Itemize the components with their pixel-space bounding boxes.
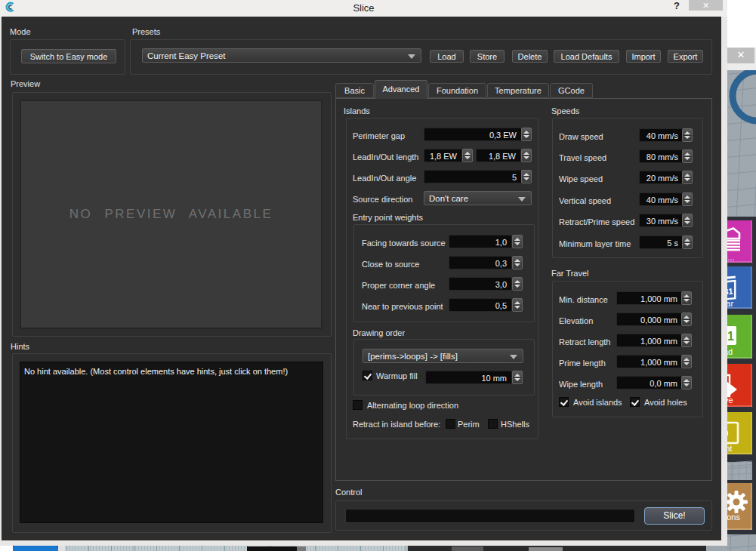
svg-text:31: 31 [727,286,733,296]
svg-text:Clear: Clear [727,299,733,308]
svg-text:Slice...: Slice... [727,253,735,262]
svg-text:31: 31 [727,330,734,343]
svg-text:Load: Load [727,347,733,356]
svg-text:Print: Print [727,444,732,453]
svg-text:Save: Save [727,396,733,405]
svg-text:Options: Options [727,513,740,522]
